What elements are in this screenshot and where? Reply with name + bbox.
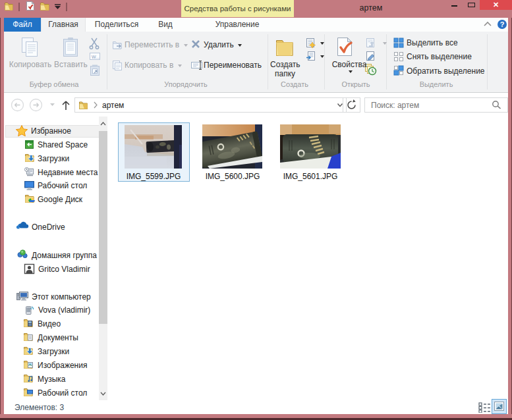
- svg-text:W...: W...: [92, 55, 100, 59]
